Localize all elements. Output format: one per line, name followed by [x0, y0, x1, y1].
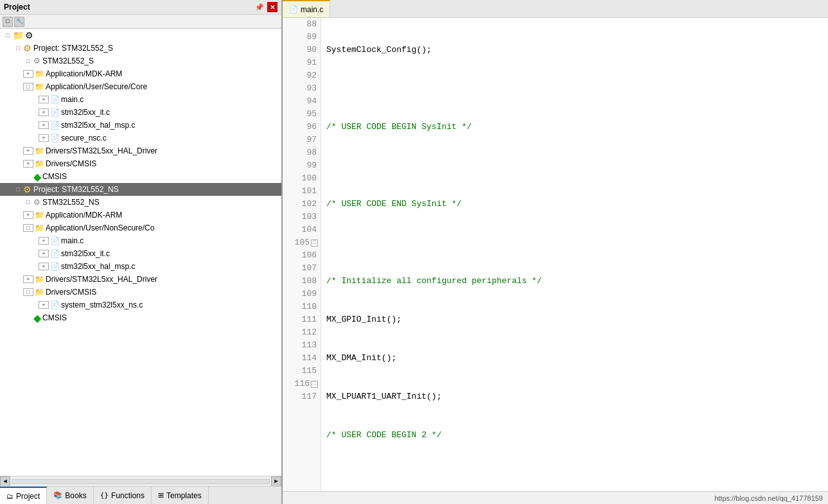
node-label: Drivers/STM32L5xx_HAL_Driver [46, 275, 157, 284]
cpu-label: STM32L552_S [42, 56, 94, 65]
expand-icon[interactable]: + [39, 121, 49, 129]
file-icon: 📄 [50, 108, 60, 117]
file-icon: 📄 [50, 95, 60, 104]
expand-icon[interactable]: + [39, 237, 49, 245]
ln-91: 91 [283, 56, 321, 69]
file-tab-main-c[interactable]: 📄 main.c [283, 0, 330, 17]
ln-117: 117 [283, 390, 321, 403]
app-user-secure[interactable]: □ 📁 Application/User/Secure/Core [0, 80, 281, 93]
ln-114: 114 [283, 352, 321, 365]
project-icon: ⚙ [23, 43, 31, 53]
expand-icon[interactable]: + [39, 96, 49, 103]
code-line-89 [326, 82, 828, 95]
file-nsc-c[interactable]: + 📄 secure_nsc.c [0, 132, 281, 144]
cmsis-ns[interactable]: ◆ CMSIS [0, 311, 281, 324]
expand-icon[interactable]: + [23, 275, 33, 283]
panel-header: Project 📌 ✕ [0, 0, 281, 15]
file-main-c-s[interactable]: + 📄 main.c [0, 93, 281, 106]
code-line-90: /* USER CODE BEGIN SysInit */ [326, 121, 828, 134]
file-main-c-ns[interactable]: + 📄 main.c [0, 234, 281, 247]
expand-icon[interactable]: + [23, 70, 33, 78]
cpu-icon: ⚙ [33, 56, 40, 65]
folder-icon: 📁 [35, 146, 44, 155]
expand-icon: □ [3, 32, 13, 39]
toolbar-btn-1[interactable]: □ [3, 17, 13, 27]
node-label: stm32l5xx_hal_msp.c [61, 262, 135, 271]
project-stm32l552s[interactable]: □ ⚙ Project: STM32L552_S [0, 42, 281, 55]
collapse-btn-116[interactable]: □ [311, 381, 318, 388]
expand-icon[interactable]: + [39, 301, 49, 309]
expand-icon[interactable]: □ [23, 83, 33, 91]
file-system-ns[interactable]: + 📄 system_stm32l5xx_ns.c [0, 299, 281, 311]
tab-templates[interactable]: ⊞ Templates [152, 487, 209, 504]
code-line-96: MX_DMA_Init(); [326, 352, 828, 365]
ln-96: 96 [283, 121, 321, 134]
code-line-94: /* Initialize all configured peripherals… [326, 275, 828, 288]
folder-icon: 📁 [35, 288, 44, 297]
project-tab-icon: 🗂 [6, 492, 13, 500]
stm32l552s-node[interactable]: □ ⚙ STM32L552_S [0, 55, 281, 67]
tab-books[interactable]: 📚 Books [47, 487, 93, 504]
pin-button[interactable]: 📌 [254, 2, 265, 12]
expand-icon: □ [13, 186, 23, 193]
folder-icon: 📁 [35, 82, 44, 91]
folder-icon: 📁 [35, 69, 44, 78]
collapse-btn-105[interactable]: □ [311, 239, 318, 247]
expand-icon[interactable]: + [39, 263, 49, 270]
expand-icon[interactable]: □ [23, 224, 33, 232]
toolbar-btn-2[interactable]: 🔧 [14, 17, 24, 27]
node-label: Drivers/CMSIS [46, 288, 96, 297]
close-button[interactable]: ✕ [267, 2, 277, 12]
drivers-cmsis-ns[interactable]: □ 📁 Drivers/CMSIS [0, 286, 281, 299]
tab-project[interactable]: 🗂 Project [0, 487, 47, 504]
expand-icon[interactable]: + [39, 134, 49, 142]
node-label: Application/User/Secure/Core [46, 82, 147, 91]
file-it-c-s[interactable]: + 📄 stm32l5xx_it.c [0, 106, 281, 119]
ln-103: 103 [283, 211, 321, 223]
books-tab-icon: 📚 [53, 491, 62, 500]
file-hal-msp-ns[interactable]: + 📄 stm32l5xx_hal_msp.c [0, 260, 281, 273]
ln-106: 106 [283, 249, 321, 262]
expand-icon[interactable]: + [39, 109, 49, 116]
folder-icon: 📁 [35, 159, 44, 168]
folder-icon: 📁 [35, 211, 44, 220]
app-mdk-arm-s[interactable]: + 📁 Application/MDK-ARM [0, 67, 281, 80]
ln-102: 102 [283, 198, 321, 211]
node-label: main.c [61, 236, 84, 245]
tree-root[interactable]: □ 📁 ⚙ [0, 29, 281, 42]
code-line-97: MX_LPUART1_UART_Init(); [326, 390, 828, 403]
expand-icon[interactable]: + [23, 160, 33, 168]
node-label: Application/User/NonSecure/Co [46, 223, 154, 232]
code-body: 88 89 90 91 92 93 94 95 96 97 98 99 100 … [283, 18, 828, 491]
root-gear-icon: ⚙ [25, 30, 33, 40]
scroll-left-btn[interactable]: ◀ [0, 476, 10, 487]
ln-90: 90 [283, 44, 321, 56]
drivers-hal-s[interactable]: + 📁 Drivers/STM32L5xx_HAL_Driver [0, 144, 281, 157]
project-tree[interactable]: □ 📁 ⚙ □ ⚙ Project: STM32L552_S □ ⚙ STM32… [0, 29, 281, 476]
file-hal-msp-s[interactable]: + 📄 stm32l5xx_hal_msp.c [0, 119, 281, 132]
app-mdk-arm-ns[interactable]: + 📁 Application/MDK-ARM [0, 209, 281, 222]
tab-functions[interactable]: {} Functions [94, 487, 152, 504]
stm32l552ns-node[interactable]: □ ⚙ STM32L552_NS [0, 196, 281, 209]
drivers-cmsis-s[interactable]: + 📁 Drivers/CMSIS [0, 157, 281, 170]
drivers-hal-ns[interactable]: + 📁 Drivers/STM32L5xx_HAL_Driver [0, 273, 281, 286]
code-line-95: MX_GPIO_Init(); [326, 313, 828, 326]
code-line-91 [326, 159, 828, 172]
ln-98: 98 [283, 146, 321, 159]
file-it-c-ns[interactable]: + 📄 stm32l5xx_it.c [0, 247, 281, 260]
templates-tab-icon: ⊞ [158, 491, 164, 500]
expand-icon[interactable]: + [39, 250, 49, 257]
scroll-right-btn[interactable]: ▶ [271, 476, 281, 487]
expand-icon[interactable]: □ [23, 288, 33, 296]
expand-icon: □ [23, 199, 33, 205]
ln-94: 94 [283, 95, 321, 108]
expand-icon[interactable]: + [23, 147, 33, 155]
project-stm32l552ns[interactable]: □ ⚙ Project: STM32L552_NS [0, 183, 281, 196]
code-line-99 [326, 467, 828, 480]
expand-icon[interactable]: + [23, 211, 33, 219]
app-user-nonsecure[interactable]: □ 📁 Application/User/NonSecure/Co [0, 222, 281, 234]
project-tab-label: Project [16, 492, 40, 501]
ln-104: 104 [283, 223, 321, 236]
cmsis-s[interactable]: ◆ CMSIS [0, 170, 281, 183]
code-lines[interactable]: SystemClock_Config(); /* USER CODE BEGIN… [321, 18, 828, 491]
